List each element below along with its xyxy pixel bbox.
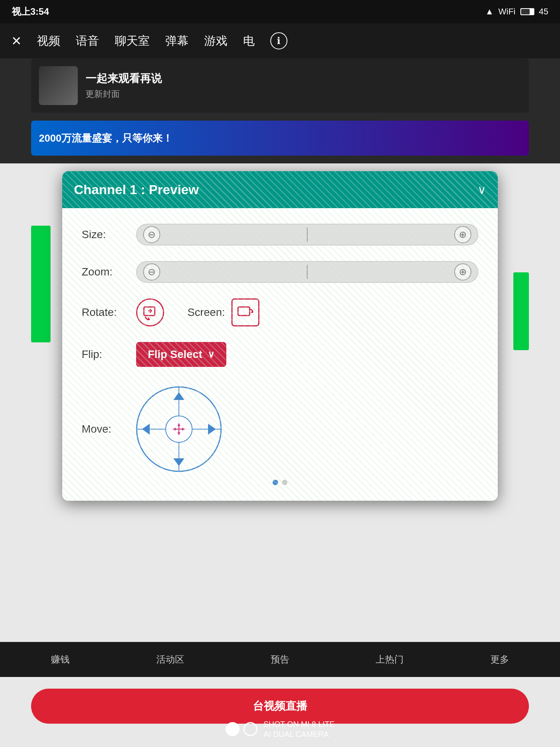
watermark-circles xyxy=(226,722,257,736)
flip-select-button[interactable]: Flip Select ∨ xyxy=(136,342,226,367)
nav-activity[interactable]: 活动区 xyxy=(156,653,184,666)
promo-text: 2000万流量盛宴，只等你来！ xyxy=(39,132,173,145)
dpad-right-button[interactable] xyxy=(207,423,217,435)
panel-header[interactable]: Channel 1 : Preview ∨ xyxy=(62,171,498,208)
svg-rect-1 xyxy=(238,307,250,316)
size-control: ⊖ ⊕ xyxy=(136,224,478,245)
svg-marker-9 xyxy=(177,432,180,435)
svg-marker-2 xyxy=(173,392,184,400)
signal-icon: ▲ xyxy=(485,7,494,17)
green-highlight-left xyxy=(31,226,51,342)
thumbnail-image xyxy=(39,66,78,105)
panel-body: Size: ⊖ ⊕ Zoom: ⊖ xyxy=(62,208,498,501)
watermark-text: SHOT ON MI 8 LITE AI DUAL CAMERA xyxy=(264,719,335,739)
nav-preview[interactable]: 预告 xyxy=(271,653,289,666)
status-icons: ▲ WiFi 45 xyxy=(485,7,548,17)
status-bar: 视上3:54 ▲ WiFi 45 xyxy=(0,0,560,23)
svg-marker-11 xyxy=(182,428,185,431)
nav-earn[interactable]: 赚钱 xyxy=(51,653,70,666)
flip-select-label: Flip Select xyxy=(148,348,202,361)
zoom-label: Zoom: xyxy=(82,266,136,278)
zoom-divider xyxy=(307,265,308,279)
panel-chevron-icon[interactable]: ∨ xyxy=(478,183,486,196)
rotate-label: Rotate: xyxy=(82,306,136,319)
action-bar-text: 台视频直播 xyxy=(253,699,307,714)
dpad-left-button[interactable] xyxy=(141,423,150,435)
rotate-button[interactable] xyxy=(136,298,164,326)
dpad-down-button[interactable] xyxy=(173,458,185,467)
zoom-row: Zoom: ⊖ ⊕ xyxy=(82,261,478,283)
nav-bar: × 视频 语音 聊天室 弹幕 游戏 电 ℹ xyxy=(0,23,560,58)
channel-title: 一起来观看再说 xyxy=(86,71,521,86)
minus-icon: ⊖ xyxy=(148,229,156,240)
channel-thumbnail xyxy=(39,66,78,105)
size-slider[interactable]: ⊖ ⊕ xyxy=(136,224,478,245)
control-panel: Channel 1 : Preview ∨ Size: ⊖ ⊕ Zoom xyxy=(62,171,498,501)
zoom-control: ⊖ ⊕ xyxy=(136,261,478,283)
nav-more[interactable]: 更多 xyxy=(490,653,509,666)
close-button[interactable]: × xyxy=(12,32,21,50)
indicator-2 xyxy=(282,480,287,485)
circle-filled xyxy=(226,722,240,736)
bottom-nav: 赚钱 活动区 预告 上热门 更多 xyxy=(0,642,560,677)
nav-danmu[interactable]: 弹幕 xyxy=(165,33,189,49)
screen-button[interactable] xyxy=(231,298,259,326)
nav-info-icon[interactable]: ℹ xyxy=(270,32,287,49)
zoom-decrease-button[interactable]: ⊖ xyxy=(143,263,160,281)
nav-chat[interactable]: 聊天室 xyxy=(115,33,150,49)
promo-banner[interactable]: 2000万流量盛宴，只等你来！ xyxy=(31,121,529,156)
dpad-center-button[interactable] xyxy=(165,416,192,443)
nav-video[interactable]: 视频 xyxy=(37,33,60,49)
svg-marker-3 xyxy=(173,458,184,466)
zoom-plus-icon: ⊕ xyxy=(459,267,467,277)
svg-marker-8 xyxy=(177,423,180,426)
move-row: Move: xyxy=(82,386,478,472)
size-increase-button[interactable]: ⊕ xyxy=(454,226,471,243)
flip-row: Flip: Flip Select ∨ xyxy=(82,342,478,367)
watermark-line2: AI DUAL CAMERA xyxy=(264,729,335,739)
size-divider xyxy=(307,228,308,242)
svg-marker-4 xyxy=(142,424,150,435)
channel-banner: 一起来观看再说 更新封面 xyxy=(31,58,529,113)
nav-audio[interactable]: 语音 xyxy=(76,33,99,49)
panel-title: Channel 1 : Preview xyxy=(74,182,199,197)
status-time: 视上3:54 xyxy=(12,5,49,18)
watermark: SHOT ON MI 8 LITE AI DUAL CAMERA xyxy=(0,719,560,739)
circle-outline xyxy=(243,722,257,736)
zoom-slider[interactable]: ⊖ ⊕ xyxy=(136,261,478,283)
dpad-up-button[interactable] xyxy=(173,391,185,401)
nav-games[interactable]: 游戏 xyxy=(204,33,228,49)
nav-electricity[interactable]: 电 xyxy=(243,33,255,49)
battery-level: 45 xyxy=(539,7,548,17)
channel-subtitle[interactable]: 更新封面 xyxy=(86,88,521,100)
move-label: Move: xyxy=(82,423,136,435)
indicator-1 xyxy=(273,480,278,485)
page-indicators xyxy=(82,480,478,485)
flip-label: Flip: xyxy=(82,348,136,361)
svg-marker-10 xyxy=(173,428,176,431)
channel-info: 一起来观看再说 更新封面 xyxy=(86,71,521,100)
green-highlight-right xyxy=(513,272,529,350)
action-bar[interactable]: 台视频直播 xyxy=(31,689,529,724)
nav-trending[interactable]: 上热门 xyxy=(376,653,404,666)
svg-marker-5 xyxy=(208,424,216,435)
plus-icon: ⊕ xyxy=(459,229,467,240)
rotate-screen-row: Rotate: Screen: xyxy=(82,298,478,326)
wifi-icon: WiFi xyxy=(499,7,516,17)
dpad-container xyxy=(136,386,222,472)
size-row: Size: ⊖ ⊕ xyxy=(82,224,478,245)
watermark-line1: SHOT ON MI 8 LITE xyxy=(264,719,335,729)
screen-label: Screen: xyxy=(187,306,225,319)
dpad-circle xyxy=(136,386,222,472)
size-decrease-button[interactable]: ⊖ xyxy=(143,226,160,243)
zoom-minus-icon: ⊖ xyxy=(148,267,156,277)
battery-icon xyxy=(520,8,534,15)
flip-chevron-icon: ∨ xyxy=(208,349,215,360)
zoom-increase-button[interactable]: ⊕ xyxy=(454,263,471,281)
size-label: Size: xyxy=(82,228,136,241)
